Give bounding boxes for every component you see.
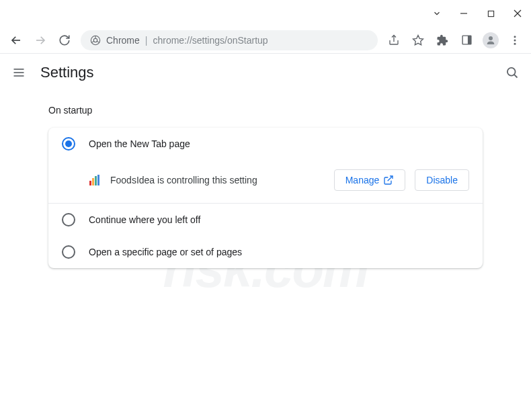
- manage-label: Manage: [345, 175, 380, 185]
- chrome-icon: [90, 35, 101, 46]
- option-continue[interactable]: Continue where you left off: [48, 204, 483, 236]
- svg-line-13: [97, 41, 99, 42]
- svg-point-19: [489, 36, 493, 40]
- option-label: Continue where you left off: [89, 214, 200, 225]
- back-button[interactable]: [5, 30, 27, 51]
- svg-marker-16: [413, 35, 423, 44]
- maximize-icon[interactable]: [485, 8, 496, 19]
- svg-rect-30: [95, 176, 97, 185]
- svg-rect-31: [97, 175, 99, 185]
- option-new-tab[interactable]: Open the New Tab page: [48, 128, 483, 160]
- option-label: Open a specific page or set of pages: [89, 247, 242, 257]
- section-heading: On startup: [48, 105, 483, 116]
- address-bar[interactable]: Chrome | chrome://settings/onStartup: [81, 30, 378, 50]
- forward-button[interactable]: [30, 30, 51, 51]
- bookmark-icon[interactable]: [407, 30, 429, 51]
- extension-text: FoodsIdea is controlling this setting: [110, 175, 325, 185]
- toolbar: Chrome | chrome://settings/onStartup: [0, 27, 531, 54]
- radio-selected[interactable]: [62, 137, 75, 151]
- radio-unselected[interactable]: [62, 245, 75, 259]
- svg-point-20: [514, 36, 516, 38]
- reload-button[interactable]: [54, 30, 75, 51]
- chevron-down-icon[interactable]: [432, 8, 442, 19]
- svg-rect-1: [488, 11, 493, 16]
- extension-favicon: [89, 174, 101, 186]
- page-title: Settings: [40, 64, 94, 81]
- content-area: On startup Open the New Tab page FoodsId…: [0, 91, 531, 282]
- avatar-icon: [483, 32, 499, 48]
- option-specific-pages[interactable]: Open a specific page or set of pages: [48, 236, 483, 268]
- svg-line-32: [388, 176, 393, 181]
- disable-label: Disable: [426, 175, 458, 185]
- extension-notice: FoodsIdea is controlling this setting Ma…: [48, 160, 483, 204]
- svg-point-26: [507, 68, 516, 76]
- svg-rect-28: [89, 181, 91, 185]
- option-label: Open the New Tab page: [89, 138, 190, 149]
- svg-point-22: [514, 42, 516, 44]
- radio-unselected[interactable]: [62, 213, 75, 226]
- omnibox-url: chrome://settings/onStartup: [153, 35, 268, 46]
- svg-line-14: [91, 41, 93, 42]
- svg-point-11: [93, 38, 97, 42]
- omnibox-label: Chrome: [106, 35, 140, 46]
- svg-line-27: [514, 75, 518, 78]
- close-icon[interactable]: [512, 8, 523, 19]
- extensions-icon[interactable]: [432, 30, 453, 51]
- settings-card: Open the New Tab page FoodsIdea is contr…: [48, 128, 483, 268]
- hamburger-icon[interactable]: [11, 65, 27, 81]
- window-titlebar: [0, 0, 531, 27]
- disable-button[interactable]: Disable: [415, 169, 469, 191]
- external-link-icon: [383, 175, 394, 185]
- profile-button[interactable]: [480, 30, 501, 51]
- minimize-icon[interactable]: [458, 8, 469, 19]
- share-icon[interactable]: [383, 30, 405, 51]
- search-icon[interactable]: [504, 65, 520, 81]
- svg-rect-18: [467, 36, 471, 44]
- svg-point-21: [514, 39, 516, 41]
- sidepanel-icon[interactable]: [456, 30, 477, 51]
- menu-icon[interactable]: [504, 30, 526, 51]
- manage-button[interactable]: Manage: [334, 169, 406, 191]
- omnibox-separator: |: [145, 35, 148, 46]
- settings-header: Settings: [0, 54, 531, 91]
- svg-rect-29: [92, 178, 94, 185]
